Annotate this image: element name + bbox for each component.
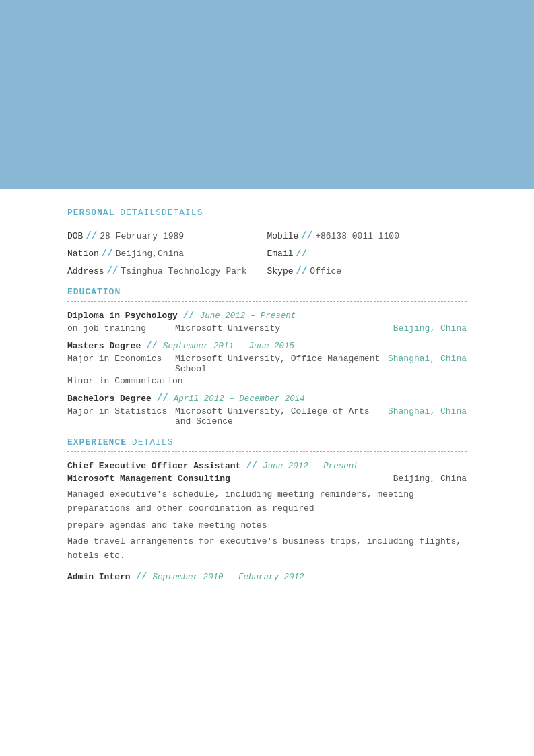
diploma-title: Diploma in Psychology	[67, 311, 178, 321]
masters-title: Masters Degree	[67, 341, 141, 351]
bachelors-institution: Microsoft University, College of Arts an…	[175, 406, 388, 427]
diploma-sep: //	[183, 310, 195, 321]
nation-value: Beijing,China	[116, 249, 184, 259]
ceo-bullet-1: Managed executive's schedule, including …	[67, 488, 467, 516]
bachelors-sep: //	[157, 393, 168, 404]
personal-divider	[67, 222, 467, 222]
ceo-title-line: Chief Executive Officer Assistant // Jun…	[67, 460, 467, 471]
diploma-detail-label: on job training	[67, 323, 175, 334]
skype-value: Office	[310, 266, 341, 276]
diploma-date: June 2012 – Present	[200, 311, 296, 321]
experience-title-bold: EXPERIENCE	[67, 437, 127, 447]
admin-title: Admin Intern	[67, 572, 131, 582]
masters-major-label: Major in Economics	[67, 354, 175, 374]
education-divider	[67, 301, 467, 302]
address-col: Address // Tsinghua Technology Park	[67, 265, 267, 276]
ceo-location: Beijing, China	[393, 474, 467, 484]
ceo-bullet-2: prepare agendas and take meeting notes	[67, 519, 467, 533]
ceo-sep: //	[246, 460, 257, 471]
skype-col: Skype // Office	[267, 265, 467, 276]
ceo-title: Chief Executive Officer Assistant	[67, 461, 240, 471]
ceo-bullet-3: Made travel arrangements for executive's…	[67, 535, 467, 563]
education-title-bold: EDUCATION	[67, 287, 121, 297]
masters-detail-row: Major in Economics Microsoft University,…	[67, 354, 467, 374]
personal-nation-email-row: Nation // Beijing,China Email //	[67, 248, 467, 259]
ceo-company: Microsoft Management Consulting	[67, 474, 230, 484]
exp-entry-admin: Admin Intern // September 2010 – Feburar…	[67, 571, 467, 582]
nation-label: Nation	[67, 249, 99, 259]
address-value: Tsinghua Technology Park	[121, 266, 246, 276]
resume-content: PERSONAL DETAILSDETAILS DOB // 28 Februa…	[0, 189, 534, 617]
edu-entry-masters: Masters Degree // September 2011 – June …	[67, 340, 467, 386]
edu-entry-bachelors: Bachelors Degree // April 2012 – Decembe…	[67, 393, 467, 427]
personal-address-skype-row: Address // Tsinghua Technology Park Skyp…	[67, 265, 467, 276]
bachelors-degree-line: Bachelors Degree // April 2012 – Decembe…	[67, 393, 467, 404]
nation-sep: //	[102, 248, 113, 259]
diploma-location: Beijing, China	[393, 323, 467, 334]
masters-institution: Microsoft University, Office Management …	[175, 354, 388, 374]
personal-section-header: PERSONAL DETAILSDETAILS	[67, 208, 467, 218]
personal-title-normal: DETAILS	[120, 208, 162, 218]
masters-degree-line: Masters Degree // September 2011 – June …	[67, 340, 467, 351]
email-label: Email	[267, 249, 294, 259]
personal-dob-mobile-row: DOB // 28 February 1989 Mobile // +86138…	[67, 230, 467, 241]
email-sep: //	[296, 248, 308, 259]
dob-sep: //	[86, 230, 97, 241]
address-label: Address	[67, 266, 104, 276]
admin-date: September 2010 – Feburary 2012	[152, 573, 304, 582]
masters-date: September 2011 – June 2015	[163, 342, 294, 351]
skype-label: Skype	[267, 266, 294, 276]
mobile-col: Mobile // +86138 0011 1100	[267, 230, 467, 241]
dob-label: DOB	[67, 231, 83, 241]
mobile-value: +86138 0011 1100	[315, 231, 399, 241]
bachelors-location: Shanghai, China	[388, 406, 467, 427]
admin-sep: //	[136, 571, 147, 582]
dob-value: 28 February 1989	[100, 231, 184, 241]
diploma-degree-line: Diploma in Psychology // June 2012 – Pre…	[67, 310, 467, 321]
diploma-institution: Microsoft University	[175, 323, 393, 334]
header-background	[0, 0, 534, 189]
masters-location: Shanghai, China	[388, 354, 467, 374]
experience-section-header: EXPERIENCE DETAILS	[67, 437, 467, 447]
bachelors-detail-row: Major in Statistics Microsoft University…	[67, 406, 467, 427]
skype-sep: //	[296, 265, 308, 276]
mobile-sep: //	[301, 230, 312, 241]
diploma-detail-row: on job training Microsoft University Bei…	[67, 323, 467, 334]
mobile-label: Mobile	[267, 231, 299, 241]
education-section-header: EDUCATION	[67, 287, 467, 297]
address-sep: //	[107, 265, 119, 276]
personal-title-bold: PERSONAL	[67, 208, 114, 218]
experience-divider	[67, 451, 467, 452]
admin-title-line: Admin Intern // September 2010 – Feburar…	[67, 571, 467, 582]
ceo-company-row: Microsoft Management Consulting Beijing,…	[67, 474, 467, 484]
bachelors-major-label: Major in Statistics	[67, 406, 175, 427]
dob-col: DOB // 28 February 1989	[67, 230, 267, 241]
masters-sep: //	[146, 340, 158, 351]
bachelors-date: April 2012 – December 2014	[174, 394, 305, 404]
exp-entry-ceo: Chief Executive Officer Assistant // Jun…	[67, 460, 467, 563]
ceo-date: June 2012 – Present	[263, 462, 359, 471]
email-col: Email //	[267, 248, 467, 259]
masters-minor: Minor in Communication	[67, 376, 467, 386]
nation-col: Nation // Beijing,China	[67, 248, 267, 259]
edu-entry-diploma: Diploma in Psychology // June 2012 – Pre…	[67, 310, 467, 334]
bachelors-title: Bachelors Degree	[67, 393, 152, 404]
